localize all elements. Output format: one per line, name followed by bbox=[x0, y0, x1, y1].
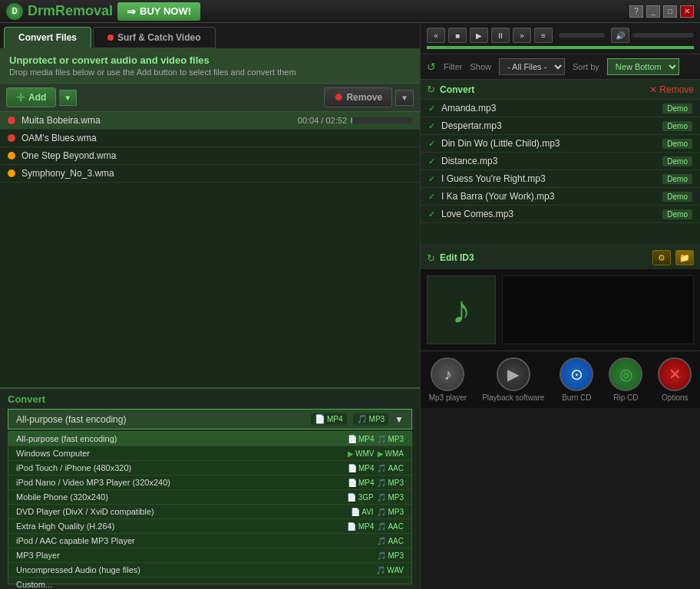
format-name: MP3 Player bbox=[16, 551, 377, 560]
mp3-player-icon: ♪ bbox=[431, 357, 464, 391]
player-track-bar bbox=[427, 46, 694, 49]
playlist-item-5[interactable]: ✓ I Ka Barra (Your Work).mp3 Demo bbox=[421, 188, 700, 206]
format-badges: 📄 MP4 🎵 MP3 bbox=[348, 479, 404, 487]
fmt-wav: 🎵 WAV bbox=[376, 566, 404, 574]
burn-cd-button[interactable]: ⊙ Burn CD bbox=[560, 357, 593, 402]
convert-item-9[interactable]: Uncompressed Audio (huge files) 🎵 WAV bbox=[8, 563, 411, 577]
edit-id3-icon: ↻ bbox=[427, 252, 435, 264]
convert-item-7[interactable]: iPod / AAC capable MP3 Player 🎵 AAC bbox=[8, 534, 411, 548]
tab-dot bbox=[107, 35, 114, 41]
format-badges: ▶ WMV ▶ WMA bbox=[348, 449, 404, 458]
check-icon: ✓ bbox=[428, 209, 435, 219]
playlist-item-4[interactable]: ✓ I Guess You're Right.mp3 Demo bbox=[421, 170, 700, 188]
convert-item-6[interactable]: Extra High Quality (H.264) 📄 MP4 🎵 AAC bbox=[8, 519, 411, 534]
file-item-1[interactable]: OAM's Blues.wma bbox=[0, 130, 420, 147]
playlist-item-6[interactable]: ✓ Love Comes.mp3 Demo bbox=[421, 206, 700, 223]
pause-button[interactable]: ⏸ bbox=[491, 28, 510, 43]
convert-item-2[interactable]: iPod Touch / iPhone (480x320) 📄 MP4 🎵 AA… bbox=[8, 461, 411, 475]
mp4-badge: 📄 MP4 bbox=[311, 413, 347, 425]
plus-icon: ✛ bbox=[16, 91, 25, 104]
tab-bar: Convert Files Surf & Catch Video bbox=[0, 23, 420, 48]
tab-convert-files[interactable]: Convert Files bbox=[4, 27, 91, 48]
convert-item-4[interactable]: Mobile Phone (320x240) 📄 3GP 🎵 MP3 bbox=[8, 490, 411, 505]
help-button[interactable]: ? bbox=[629, 5, 643, 18]
convert-format-list: All-purpose (fast encoding) 📄 MP4 🎵 MP3 … bbox=[8, 431, 412, 584]
id3-folder-button[interactable]: 📁 bbox=[675, 250, 694, 265]
fmt-mp3: 🎵 MP3 bbox=[377, 508, 404, 516]
filter-select[interactable]: - All Files - bbox=[499, 58, 565, 75]
playlist-item-2[interactable]: ✓ Din Din Wo (Little Child).mp3 Demo bbox=[421, 135, 700, 153]
right-panel: « ■ ▶ ⏸ » ≡ 🔊 ↺ Filter Show - All Files … bbox=[421, 23, 700, 589]
dropdown-arrow: ▼ bbox=[395, 414, 404, 425]
panel-subtitle: Drop media files below or use the Add bu… bbox=[9, 67, 411, 77]
rip-cd-button[interactable]: ◎ Rip CD bbox=[609, 357, 642, 402]
main-container: Convert Files Surf & Catch Video Unprote… bbox=[0, 23, 700, 589]
fmt-mp4: 📄 MP4 bbox=[348, 464, 375, 472]
mp3-player-button[interactable]: ♪ Mp3 player bbox=[429, 357, 467, 402]
check-icon: ✓ bbox=[428, 174, 435, 184]
rewind-button[interactable]: « bbox=[427, 28, 445, 43]
file-item-0[interactable]: Muita Bobeira.wma 00:04 / 02:52 bbox=[0, 112, 420, 130]
album-art-area: ♪ bbox=[421, 269, 700, 350]
convert-item-8[interactable]: MP3 Player 🎵 MP3 bbox=[8, 548, 411, 563]
sort-select[interactable]: New Bottom bbox=[607, 58, 679, 75]
options-button[interactable]: ✕ Options bbox=[658, 357, 692, 402]
play-button[interactable]: ▶ bbox=[470, 28, 488, 43]
playback-software-button[interactable]: ▶ Playback software bbox=[482, 357, 544, 402]
playlist-track-name: Din Din Wo (Little Child).mp3 bbox=[441, 138, 662, 149]
demo-badge: Demo bbox=[662, 192, 692, 202]
player-controls: « ■ ▶ ⏸ » ≡ 🔊 bbox=[427, 28, 694, 43]
convert-format-dropdown[interactable]: All-purpose (fast encoding) 📄 MP4 🎵 MP3 … bbox=[8, 409, 412, 429]
convert-item-custom[interactable]: Custom... bbox=[8, 577, 411, 589]
sort-label: Sort by bbox=[573, 62, 599, 71]
playlist-item-0[interactable]: ✓ Amanda.mp3 Demo bbox=[421, 100, 700, 117]
volume-slider[interactable] bbox=[632, 33, 694, 38]
menu-button[interactable]: ≡ bbox=[534, 28, 553, 43]
format-badges: 📄 MP4 🎵 AAC bbox=[347, 522, 404, 531]
format-badges: 🎵 WAV bbox=[376, 566, 404, 574]
format-icons: 📄 MP4 🎵 MP3 ▼ bbox=[311, 413, 404, 425]
playlist-item-1[interactable]: ✓ Despertar.mp3 Demo bbox=[421, 117, 700, 135]
id3-settings-button[interactable]: ⚙ bbox=[652, 250, 671, 265]
file-name: OAM's Blues.wma bbox=[21, 133, 412, 143]
file-name: One Step Beyond.wma bbox=[21, 150, 412, 161]
file-time: 00:04 / 02:52 bbox=[298, 116, 347, 125]
add-dropdown-button[interactable]: ▼ bbox=[59, 90, 77, 106]
minimize-button[interactable]: _ bbox=[646, 5, 660, 18]
check-icon: ✓ bbox=[428, 104, 435, 114]
playlist-remove-button[interactable]: ✕ Remove bbox=[649, 84, 694, 95]
tab-surf-catch[interactable]: Surf & Catch Video bbox=[93, 27, 215, 48]
burn-cd-label: Burn CD bbox=[562, 393, 591, 402]
volume-button[interactable]: 🔊 bbox=[611, 28, 629, 43]
add-button[interactable]: ✛ Add bbox=[6, 87, 56, 107]
format-name: iPod Nano / Video MP3 Player (320x240) bbox=[16, 478, 348, 487]
playlist-item-3[interactable]: ✓ Distance.mp3 Demo bbox=[421, 153, 700, 170]
file-item-2[interactable]: One Step Beyond.wma bbox=[0, 147, 420, 165]
title-bar: D DrmRemoval BUY NOW! ? _ □ ✕ bbox=[0, 0, 700, 23]
remove-button[interactable]: ✵ Remove bbox=[324, 87, 392, 107]
maximize-button[interactable]: □ bbox=[663, 5, 677, 18]
remove-dropdown-button[interactable]: ▼ bbox=[395, 90, 414, 106]
demo-badge: Demo bbox=[662, 121, 692, 131]
fmt-mp3: 🎵 MP3 bbox=[377, 435, 404, 443]
app-name-part1: Drm bbox=[28, 3, 55, 18]
file-item-3[interactable]: Symphony_No_3.wma bbox=[0, 165, 420, 183]
file-status-dot bbox=[8, 134, 15, 142]
convert-item-3[interactable]: iPod Nano / Video MP3 Player (320x240) 📄… bbox=[8, 475, 411, 490]
buy-now-button[interactable]: BUY NOW! bbox=[117, 2, 200, 21]
refresh-button[interactable]: ↺ bbox=[427, 61, 436, 73]
file-progress-fill bbox=[351, 117, 352, 123]
demo-badge: Demo bbox=[662, 139, 692, 149]
convert-item-1[interactable]: Windows Computer ▶ WMV ▶ WMA bbox=[8, 446, 411, 461]
fmt-aac: 🎵 AAC bbox=[377, 537, 404, 545]
file-status-dot bbox=[8, 117, 15, 124]
close-button[interactable]: ✕ bbox=[680, 5, 694, 18]
bottom-toolbar: ♪ Mp3 player ▶ Playback software ⊙ Burn … bbox=[421, 350, 700, 408]
convert-item-5[interactable]: DVD Player (DivX / XviD compatible) 📄 AV… bbox=[8, 505, 411, 519]
player-progress[interactable] bbox=[559, 33, 605, 38]
app-logo: D bbox=[6, 3, 23, 20]
forward-button[interactable]: » bbox=[513, 28, 531, 43]
filter-bar: ↺ Filter Show - All Files - Sort by New … bbox=[421, 54, 700, 80]
stop-button[interactable]: ■ bbox=[448, 28, 467, 43]
convert-item-0[interactable]: All-purpose (fast encoding) 📄 MP4 🎵 MP3 bbox=[8, 432, 411, 446]
